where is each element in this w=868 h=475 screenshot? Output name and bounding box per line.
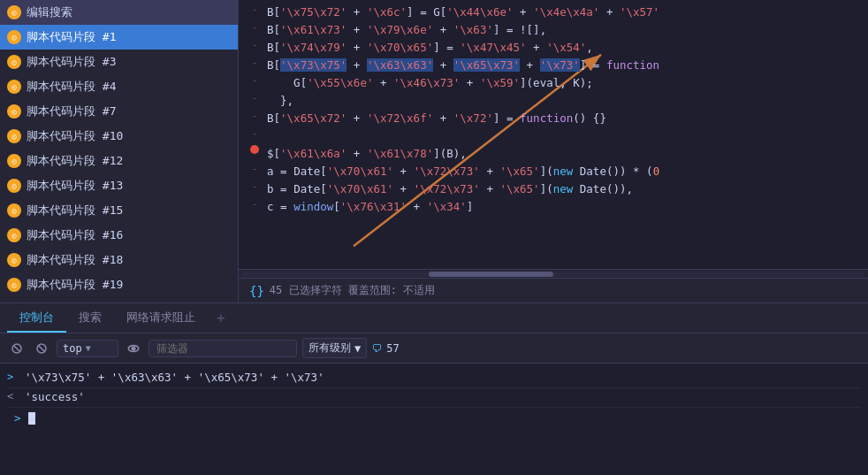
sidebar-item-8[interactable]: ⊙ 脚本代码片段 #15 bbox=[0, 198, 238, 223]
code-content-3: B['\x74\x79' + '\x70\x65'] = '\x47\x45' … bbox=[267, 39, 861, 57]
sidebar-label-11: 脚本代码片段 #19 bbox=[27, 277, 231, 293]
code-content-11: b = Date['\x70\x61' + '\x72\x73' + '\x65… bbox=[267, 180, 861, 198]
sidebar-label-6: 脚本代码片段 #12 bbox=[27, 153, 231, 169]
sidebar-icon-2: ⊙ bbox=[7, 55, 21, 69]
gutter-12: - bbox=[246, 198, 267, 210]
svg-point-7 bbox=[132, 347, 134, 349]
tab-console[interactable]: 控制台 bbox=[7, 304, 66, 333]
sidebar-label-10: 脚本代码片段 #18 bbox=[27, 252, 231, 268]
sidebar-item-11[interactable]: ⊙ 脚本代码片段 #19 bbox=[0, 272, 238, 297]
curly-brace-icon: {} bbox=[249, 284, 264, 298]
sidebar-icon-11: ⊙ bbox=[7, 278, 21, 292]
filter-input[interactable] bbox=[148, 340, 297, 357]
bottom-panel: 控制台 搜索 网络请求阻止 + top ▼ bbox=[0, 303, 868, 475]
message-icon: 🗩 bbox=[372, 342, 383, 355]
code-content-5: G['\x55\x6e' + '\x46\x73' + '\x59'](eval… bbox=[267, 74, 861, 92]
breakpoint-dot[interactable] bbox=[250, 145, 259, 154]
sidebar-item-4[interactable]: ⊙ 脚本代码片段 #7 bbox=[0, 99, 238, 124]
eye-button[interactable] bbox=[124, 339, 143, 358]
sidebar-label-1: 脚本代码片段 #1 bbox=[27, 29, 231, 45]
level-value: 所有级别 bbox=[308, 341, 351, 356]
message-count-badge: 🗩 57 bbox=[372, 342, 399, 355]
tab-search[interactable]: 搜索 bbox=[66, 304, 114, 333]
sidebar-icon-0: ⊙ bbox=[7, 5, 21, 19]
sidebar-label-2: 脚本代码片段 #3 bbox=[27, 54, 231, 70]
console-prompt[interactable]: > bbox=[7, 408, 861, 428]
console-line-1: > '\x73\x75' + '\x63\x63' + '\x65\x73' +… bbox=[7, 369, 861, 388]
sidebar-item-10[interactable]: ⊙ 脚本代码片段 #18 bbox=[0, 248, 238, 272]
scrollbar-track bbox=[242, 272, 864, 277]
sidebar-label-0: 编辑搜索 bbox=[27, 4, 231, 20]
gutter-2: - bbox=[246, 21, 267, 33]
message-count: 57 bbox=[386, 342, 399, 355]
gutter-1: - bbox=[246, 4, 267, 15]
main-area: ⊙ 编辑搜索 ⊙ 脚本代码片段 #1 ⊙ 脚本代码片段 #3 ⊙ 脚本代码片段 … bbox=[0, 0, 868, 303]
top-value: top bbox=[63, 342, 82, 355]
sidebar-icon-3: ⊙ bbox=[7, 80, 21, 94]
code-view[interactable]: - B['\x75\x72' + '\x6c'] = G['\x44\x6e' … bbox=[239, 0, 868, 269]
scrollbar-thumb[interactable] bbox=[429, 272, 553, 277]
panel-toolbar: top ▼ 所有级别 ▼ 🗩 57 bbox=[0, 333, 868, 364]
sidebar-item-0[interactable]: ⊙ 编辑搜索 bbox=[0, 0, 238, 25]
code-line-10: - a = Date['\x70\x61' + '\x72\x73' + '\x… bbox=[239, 163, 868, 180]
status-bar: {} 45 已选择字符 覆盖范围: 不适用 bbox=[239, 278, 868, 303]
sidebar: ⊙ 编辑搜索 ⊙ 脚本代码片段 #1 ⊙ 脚本代码片段 #3 ⊙ 脚本代码片段 … bbox=[0, 0, 239, 303]
code-content-7: B['\x65\x72' + '\x72\x6f' + '\x72'] = fu… bbox=[267, 110, 861, 127]
horizontal-scrollbar[interactable] bbox=[239, 269, 868, 278]
gutter-3: - bbox=[246, 39, 267, 50]
code-line-5: - G['\x55\x6e' + '\x46\x73' + '\x59'](ev… bbox=[239, 74, 868, 92]
code-content-2: B['\x61\x73' + '\x79\x6e' + '\x63'] = ![… bbox=[267, 21, 861, 39]
sidebar-label-5: 脚本代码片段 #10 bbox=[27, 128, 231, 144]
clear-console-button[interactable] bbox=[7, 339, 27, 358]
sidebar-icon-5: ⊙ bbox=[7, 129, 21, 143]
sidebar-icon-9: ⊙ bbox=[7, 228, 21, 242]
svg-line-5 bbox=[39, 345, 45, 351]
block-button[interactable] bbox=[32, 339, 51, 358]
tab-network-block[interactable]: 网络请求阻止 bbox=[114, 304, 208, 333]
console-text-1: '\x73\x75' + '\x63\x63' + '\x65\x73' + '… bbox=[25, 371, 861, 384]
sidebar-label-7: 脚本代码片段 #13 bbox=[27, 178, 231, 194]
add-tab-button[interactable]: + bbox=[208, 304, 234, 332]
code-line-4: - B['\x73\x75' + '\x63\x63' + '\x65\x73'… bbox=[239, 57, 868, 74]
sidebar-label-8: 脚本代码片段 #15 bbox=[27, 203, 231, 218]
prompt-icon: > bbox=[14, 411, 21, 425]
panel-tabs: 控制台 搜索 网络请求阻止 + bbox=[0, 303, 868, 333]
sidebar-item-2[interactable]: ⊙ 脚本代码片段 #3 bbox=[0, 50, 238, 74]
svg-line-3 bbox=[14, 346, 19, 351]
sidebar-item-5[interactable]: ⊙ 脚本代码片段 #10 bbox=[0, 124, 238, 149]
sidebar-item-9[interactable]: ⊙ 脚本代码片段 #16 bbox=[0, 223, 238, 248]
code-line-2: - B['\x61\x73' + '\x79\x6e' + '\x63'] = … bbox=[239, 21, 868, 39]
console-output: > '\x73\x75' + '\x63\x63' + '\x65\x73' +… bbox=[0, 364, 868, 475]
gutter-4: - bbox=[246, 57, 267, 68]
sidebar-icon-1: ⊙ bbox=[7, 30, 21, 44]
code-line-1: - B['\x75\x72' + '\x6c'] = G['\x44\x6e' … bbox=[239, 4, 868, 21]
code-line-6: - }, bbox=[239, 92, 868, 110]
sidebar-icon-10: ⊙ bbox=[7, 253, 21, 267]
sidebar-item-7[interactable]: ⊙ 脚本代码片段 #13 bbox=[0, 173, 238, 198]
code-content-9: $['\x61\x6a' + '\x61\x78'](B), bbox=[267, 145, 861, 163]
gutter-5: - bbox=[246, 74, 267, 86]
sidebar-label-4: 脚本代码片段 #7 bbox=[27, 103, 231, 119]
gutter-7: - bbox=[246, 110, 267, 121]
sidebar-item-1[interactable]: ⊙ 脚本代码片段 #1 bbox=[0, 25, 238, 50]
sidebar-item-3[interactable]: ⊙ 脚本代码片段 #4 bbox=[0, 74, 238, 99]
code-content-10: a = Date['\x70\x61' + '\x72\x73' + '\x65… bbox=[267, 163, 861, 180]
code-content-12: c = window['\x76\x31' + '\x34'] bbox=[267, 198, 861, 216]
code-line-7: - B['\x65\x72' + '\x72\x6f' + '\x72'] = … bbox=[239, 110, 868, 127]
level-selector[interactable]: 所有级别 ▼ bbox=[302, 338, 367, 358]
status-text: 45 已选择字符 覆盖范围: 不适用 bbox=[270, 283, 435, 298]
sidebar-label-9: 脚本代码片段 #16 bbox=[27, 227, 231, 243]
console-cursor bbox=[28, 412, 35, 425]
editor-area: - B['\x75\x72' + '\x6c'] = G['\x44\x6e' … bbox=[239, 0, 868, 303]
code-content-1: B['\x75\x72' + '\x6c'] = G['\x44\x6e' + … bbox=[267, 4, 861, 21]
code-content-4: B['\x73\x75' + '\x63\x63' + '\x65\x73' +… bbox=[267, 57, 861, 74]
sidebar-icon-6: ⊙ bbox=[7, 154, 21, 168]
gutter-10: - bbox=[246, 163, 267, 174]
gutter-6: - bbox=[246, 92, 267, 103]
code-content-8 bbox=[267, 127, 861, 145]
code-line-9: $['\x61\x6a' + '\x61\x78'](B), bbox=[239, 145, 868, 163]
sidebar-item-6[interactable]: ⊙ 脚本代码片段 #12 bbox=[0, 149, 238, 173]
code-line-3: - B['\x74\x79' + '\x70\x65'] = '\x47\x45… bbox=[239, 39, 868, 57]
sidebar-label-3: 脚本代码片段 #4 bbox=[27, 79, 231, 95]
context-selector[interactable]: top ▼ bbox=[57, 340, 118, 357]
